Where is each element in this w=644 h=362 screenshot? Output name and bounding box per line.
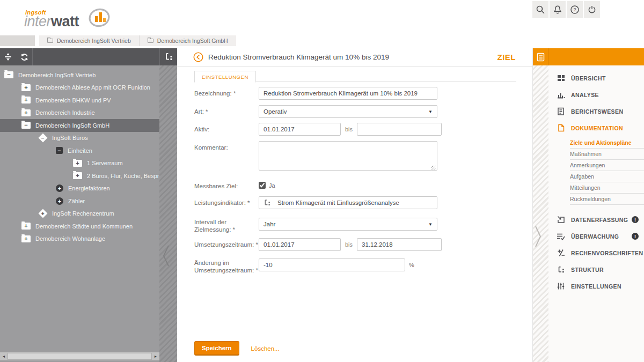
folder-plus-icon[interactable]: +: [73, 160, 82, 167]
folder-icon: [148, 39, 153, 43]
tree-item-ingsoft-rechenzentrum[interactable]: +IngSoft Rechenzentrum: [0, 208, 159, 220]
search-icon[interactable]: [532, 1, 548, 18]
folder-plus-icon[interactable]: +: [21, 84, 31, 91]
right-panel-resize-strip[interactable]: [533, 65, 548, 362]
umsetzungszeitraum-to-input[interactable]: [357, 238, 442, 251]
diamond-minus-icon[interactable]: −: [39, 135, 47, 141]
tree-item-bueros-flur-kueche[interactable]: +2 Büros, Flur, Küche, Besprechungsräume: [0, 169, 159, 182]
nav-subitem-rueckmeldungen[interactable]: Rückmeldungen: [570, 194, 644, 205]
workspace-tab-label: Demobereich IngSoft GmbH: [157, 38, 228, 44]
tree-item-demobereich-industrie[interactable]: +Demobereich Industrie: [0, 107, 159, 120]
scrollbar-thumb[interactable]: [8, 353, 152, 360]
tree-item-label: Demobereich Industrie: [35, 109, 95, 116]
nav-item-dokumentation[interactable]: DOKUMENTATION: [548, 120, 644, 136]
delete-link[interactable]: Löschen...: [251, 345, 280, 352]
umsetzungszeitraum-bis-label: bis: [345, 241, 353, 248]
structure-icon: [264, 199, 271, 206]
tree-item-ingsoft-bueros[interactable]: −IngSoft Büros: [0, 132, 159, 145]
aktiv-to-input[interactable]: [357, 123, 442, 136]
chevron-down-icon: ▼: [428, 222, 433, 227]
nav-item-ueberwachung[interactable]: ÜBERWACHUNG!: [548, 228, 644, 245]
tree-item-demobereich-staedte-kommunen[interactable]: +Demobereich Städte und Kommunen: [0, 220, 159, 233]
scroll-left-icon[interactable]: ◄: [0, 352, 8, 360]
circle-plus-icon[interactable]: +: [56, 184, 63, 192]
notes-list-icon[interactable]: [533, 48, 548, 65]
aenderung-input[interactable]: [259, 258, 405, 271]
messbares-ziel-checkbox[interactable]: [259, 182, 266, 189]
nav-item-label: BERICHTSWESEN: [571, 108, 623, 115]
back-icon[interactable]: [193, 52, 203, 62]
split-adjust-icon[interactable]: [0, 48, 16, 65]
reports-icon: [557, 107, 565, 116]
tree-item-demobereich-bhkw-pv[interactable]: +Demobereich BHKW und PV: [0, 94, 159, 107]
nav-subitem-aufgaben[interactable]: Aufgaben: [570, 171, 644, 182]
scroll-right-icon[interactable]: ►: [152, 352, 159, 360]
kommentar-textarea[interactable]: [259, 141, 437, 171]
tree-item-demobereich-ablese-app[interactable]: +Demobereich Ablese App mit OCR Funktion: [0, 82, 159, 94]
overview-icon: [557, 74, 565, 83]
folder-plus-icon[interactable]: +: [21, 109, 31, 116]
tree-item-label: IngSoft Büros: [52, 135, 88, 141]
form-tab-bar: EINSTELLUNGEN: [177, 67, 532, 82]
logo-barchart-icon: [89, 8, 112, 31]
folder-plus-icon[interactable]: +: [21, 223, 31, 230]
nav-item-berichtswesen[interactable]: BERICHTSWESEN: [548, 103, 644, 120]
tree-item-demobereich-ingsoft-vertrieb[interactable]: −Demobereich IngSoft Vertrieb: [0, 69, 159, 82]
nav-item-datenerfassung[interactable]: DATENERFASSUNG!: [548, 211, 644, 228]
folder-plus-icon[interactable]: +: [21, 235, 31, 242]
refresh-icon[interactable]: [16, 48, 32, 65]
tree-item-label: 1 Serverraum: [87, 160, 123, 166]
help-icon[interactable]: ?: [567, 1, 583, 18]
aenderung-unit-label: %: [409, 262, 414, 268]
leistungsindikator-picker[interactable]: Strom Klimagerät mit Einflussgrößenanaly…: [259, 196, 437, 209]
circle-plus-icon[interactable]: +: [56, 197, 63, 205]
nav-subitem-mitteilungen[interactable]: Mitteilungen: [570, 182, 644, 194]
tree-item-demobereich-ingsoft-gmbh[interactable]: −Demobereich IngSoft GmbH: [0, 119, 159, 132]
save-button[interactable]: Speichern: [194, 341, 239, 356]
folder-plus-icon[interactable]: +: [21, 97, 31, 104]
umsetzungszeitraum-from-input[interactable]: [259, 238, 341, 251]
folder-minus-icon[interactable]: −: [21, 122, 31, 129]
bezeichnung-input[interactable]: [259, 87, 437, 100]
nav-item-struktur[interactable]: STRUKTUR: [548, 261, 644, 278]
tab-einstellungen[interactable]: EINSTELLUNGEN: [194, 71, 256, 83]
diamond-plus-icon[interactable]: +: [39, 210, 47, 217]
nav-item-einstellungen[interactable]: EINSTELLUNGEN: [548, 278, 644, 294]
folder-plus-icon[interactable]: +: [73, 172, 82, 179]
nav-item-rechenvorschriften[interactable]: RECHENVORSCHRIFTEN: [548, 245, 644, 261]
power-icon[interactable]: [584, 1, 600, 18]
workspace-tab-demobereich-ingsoft-vertrieb[interactable]: Demobereich IngSoft Vertrieb: [39, 35, 139, 46]
folder-minus-icon[interactable]: −: [4, 71, 13, 78]
intervall-select[interactable]: Jahr ▼: [259, 218, 437, 231]
nav-item-label: RECHENVORSCHRIFTEN: [571, 250, 643, 256]
messbares-ziel-checkbox-label[interactable]: Ja: [269, 182, 275, 189]
bell-icon[interactable]: [550, 1, 566, 18]
nav-subitem-ziele-und-aktionsplaene[interactable]: Ziele und Aktionspläne: [570, 137, 644, 149]
dark-square-minus-icon[interactable]: −: [56, 147, 63, 154]
right-nav-header: [533, 48, 644, 65]
tree-item-energiefaktoren[interactable]: +Energiefaktoren: [0, 182, 159, 195]
field-row-aktiv: Aktiv: bis: [194, 123, 516, 136]
umsetzungszeitraum-label: Umsetzungszeitraum: *: [194, 238, 259, 251]
expand-panel-chevron-icon[interactable]: [535, 225, 541, 250]
workspace-tab-row: Demobereich IngSoft VertriebDemobereich …: [0, 35, 644, 46]
tree-item-label: 2 Büros, Flur, Küche, Besprechungsräume: [87, 173, 159, 179]
tree-horizontal-scrollbar[interactable]: ◄ ►: [0, 352, 159, 360]
calculation-icon: [557, 249, 565, 257]
tree-item-demobereich-wohnanlage[interactable]: +Demobereich Wohnanlage: [0, 233, 159, 246]
nav-subitem-anmerkungen[interactable]: Anmerkungen: [570, 160, 644, 171]
tree-item-zaehler[interactable]: +Zähler: [0, 195, 159, 208]
nav-item-analyse[interactable]: ANALYSE: [548, 86, 644, 103]
tree-item-einheiten[interactable]: −Einheiten: [0, 144, 159, 157]
structure-icon[interactable]: [159, 48, 177, 65]
collapse-tree-chevron-icon[interactable]: [163, 245, 170, 269]
workspace-tab-demobereich-ingsoft-gmbh[interactable]: Demobereich IngSoft GmbH: [139, 35, 236, 46]
nav-item-uebersicht[interactable]: ÜBERSICHT: [548, 70, 644, 86]
resize-grip-icon[interactable]: [431, 166, 436, 170]
tree-panel-resize-strip[interactable]: [159, 65, 177, 362]
aktiv-from-input[interactable]: [259, 123, 341, 136]
art-select[interactable]: Operativ ▼: [259, 105, 437, 118]
tree-item-serverraum[interactable]: +1 Serverraum: [0, 157, 159, 170]
art-label: Art: *: [194, 105, 259, 118]
nav-subitem-massnahmen[interactable]: Maßnahmen: [570, 149, 644, 160]
